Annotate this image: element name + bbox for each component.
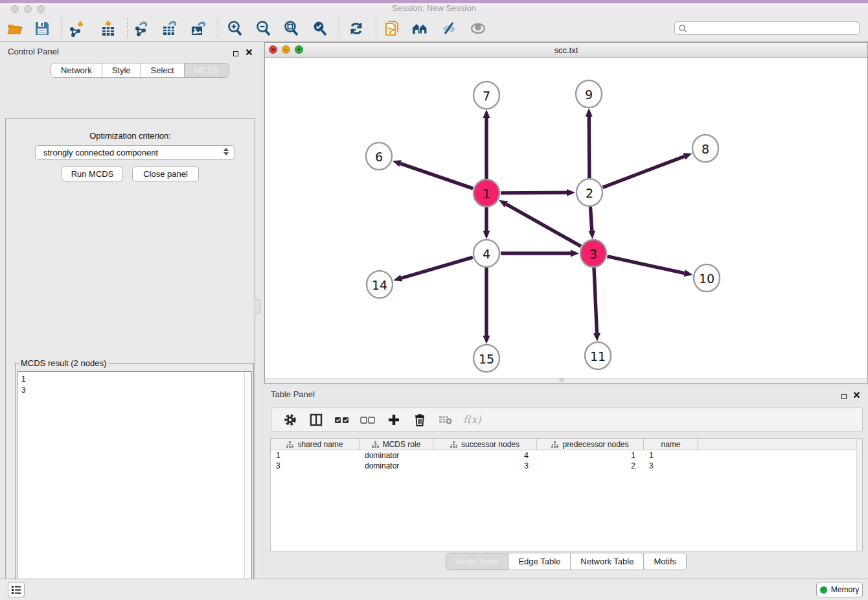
table-cell[interactable]: 4 <box>433 450 537 461</box>
save-session-icon[interactable] <box>33 19 51 38</box>
table-cell[interactable]: 3 <box>271 461 360 471</box>
table-panel-float-icon[interactable] <box>841 390 847 402</box>
show-column-icon[interactable] <box>308 411 325 428</box>
close-panel-button[interactable]: Close panel <box>132 167 199 181</box>
network-window-titlebar: ✕ − + scc.txt <box>265 43 867 58</box>
import-table-icon[interactable] <box>99 19 117 38</box>
edge-3-10[interactable] <box>607 257 684 273</box>
toolbar-separator <box>61 18 62 38</box>
edge-2-9[interactable] <box>589 117 589 178</box>
table-cell[interactable]: dominator <box>360 461 433 471</box>
tab-select[interactable]: Select <box>141 63 184 77</box>
export-image-icon[interactable] <box>189 19 207 38</box>
table-scrollbar[interactable] <box>856 439 862 551</box>
control-panel-tabs: NetworkStyleSelectMCDS <box>51 63 229 78</box>
control-panel-close-icon[interactable] <box>246 47 253 58</box>
window-title: Session: New Session <box>0 3 868 13</box>
graph-node-label: 9 <box>585 87 593 102</box>
run-mcds-button[interactable]: Run MCDS <box>62 167 123 181</box>
zoom-selected-icon[interactable] <box>311 19 329 38</box>
unselect-all-icon[interactable] <box>360 411 376 428</box>
tab-network-table[interactable]: Network Table <box>570 553 643 570</box>
mcds-result-group: MCDS result (2 nodes) 1 3 <box>15 363 254 600</box>
graph-node-label: 8 <box>702 142 709 156</box>
search-box[interactable] <box>674 21 860 35</box>
tab-mcds[interactable]: MCDS <box>184 63 229 77</box>
toolbar-separator <box>376 18 376 38</box>
table-cell[interactable]: 2 <box>537 461 644 471</box>
zoom-fit-icon[interactable] <box>282 19 301 38</box>
show-panels-menu-button[interactable] <box>8 582 25 597</box>
network-canvas-svg[interactable]: 7968124314101511 <box>265 58 867 378</box>
edge-arrowhead <box>593 333 600 341</box>
main-toolbar <box>0 14 868 42</box>
mcds-result-textarea[interactable]: 1 3 <box>17 371 252 600</box>
edge-3-11[interactable] <box>594 268 597 333</box>
table-row[interactable]: 1dominator411 <box>271 450 862 461</box>
table-cell[interactable]: dominator <box>360 450 433 461</box>
table-toolbar: f(x) <box>271 408 863 432</box>
edge-2-8[interactable] <box>603 156 685 187</box>
optimization-criterion-dropdown[interactable]: strongly connected component <box>35 145 234 160</box>
edge-1-6[interactable] <box>400 163 473 188</box>
graph-node-label: 2 <box>586 186 593 200</box>
graph-node-label: 15 <box>479 352 494 366</box>
table-cell[interactable]: 1 <box>271 450 360 461</box>
column-header-predecessor-nodes[interactable]: predecessor nodes <box>537 439 644 450</box>
graph-node-label: 10 <box>699 271 714 286</box>
add-column-icon[interactable] <box>385 411 402 428</box>
tab-network[interactable]: Network <box>51 63 102 77</box>
mcds-tab-content: Optimization criterion: strongly connect… <box>5 118 255 600</box>
tab-edge-table[interactable]: Edge Table <box>508 553 570 570</box>
table-cell[interactable]: 3 <box>644 461 698 471</box>
column-header-MCDS-role[interactable]: MCDS role <box>360 439 433 450</box>
edge-4-14[interactable] <box>402 257 473 278</box>
export-table-icon[interactable] <box>161 19 179 38</box>
column-header-name[interactable]: name <box>644 439 698 450</box>
control-panel-float-icon[interactable] <box>233 47 238 59</box>
table-row[interactable]: 3dominator323 <box>271 461 862 471</box>
chevron-updown-icon <box>223 148 229 156</box>
tab-motifs[interactable]: Motifs <box>643 553 686 570</box>
import-network-icon[interactable] <box>68 19 86 38</box>
cyndex-browser-icon[interactable] <box>411 19 429 38</box>
hide-panels-icon[interactable] <box>440 19 458 38</box>
edge-arrowhead <box>567 189 575 196</box>
table-settings-icon[interactable] <box>282 411 299 428</box>
result-scrollbar[interactable] <box>244 372 251 600</box>
zoom-out-icon[interactable] <box>255 19 273 38</box>
mcds-result-text: 1 3 <box>17 372 251 398</box>
table-panel-close-icon[interactable] <box>853 389 860 401</box>
delete-column-icon[interactable] <box>411 411 428 428</box>
delete-table-icon[interactable] <box>437 411 454 428</box>
search-input[interactable] <box>689 23 859 34</box>
network-resize-grip[interactable] <box>560 378 564 382</box>
zoom-in-icon[interactable] <box>226 19 244 38</box>
open-session-icon[interactable] <box>6 19 24 38</box>
select-all-icon[interactable] <box>334 411 350 428</box>
column-header-successor-nodes[interactable]: successor nodes <box>433 439 537 450</box>
column-header-shared-name[interactable]: shared name <box>271 439 360 450</box>
table-panel: Table Panel f(x) shared nameMCDS rolesuc… <box>264 386 868 579</box>
table-cell[interactable]: 3 <box>433 461 537 471</box>
edge-2-3[interactable] <box>590 207 591 231</box>
function-builder-icon[interactable]: f(x) <box>463 413 481 426</box>
table-tabs: Node TableEdge TableNetwork TableMotifs <box>264 553 868 570</box>
edge-3-1[interactable] <box>506 204 580 246</box>
memory-button[interactable]: Memory <box>816 582 863 597</box>
panel-divider-grip[interactable] <box>255 299 261 314</box>
tab-node-table[interactable]: Node Table <box>446 553 508 570</box>
edge-arrowhead <box>588 231 595 239</box>
edge-1-2[interactable] <box>501 192 567 193</box>
show-panels-icon[interactable] <box>469 19 487 38</box>
edge-arrowhead <box>684 270 693 277</box>
tab-style[interactable]: Style <box>102 63 141 77</box>
table-cell[interactable]: 1 <box>537 450 644 461</box>
control-panel: Control Panel NetworkStyleSelectMCDS Opt… <box>0 42 262 579</box>
open-network-file-icon[interactable] <box>383 19 401 38</box>
toolbar-separator <box>218 18 218 38</box>
table-cell[interactable]: 1 <box>644 450 698 461</box>
apply-layout-icon[interactable] <box>347 19 365 38</box>
export-network-icon[interactable] <box>133 19 151 38</box>
optimization-criterion-label: Optimization criterion: <box>6 131 255 141</box>
